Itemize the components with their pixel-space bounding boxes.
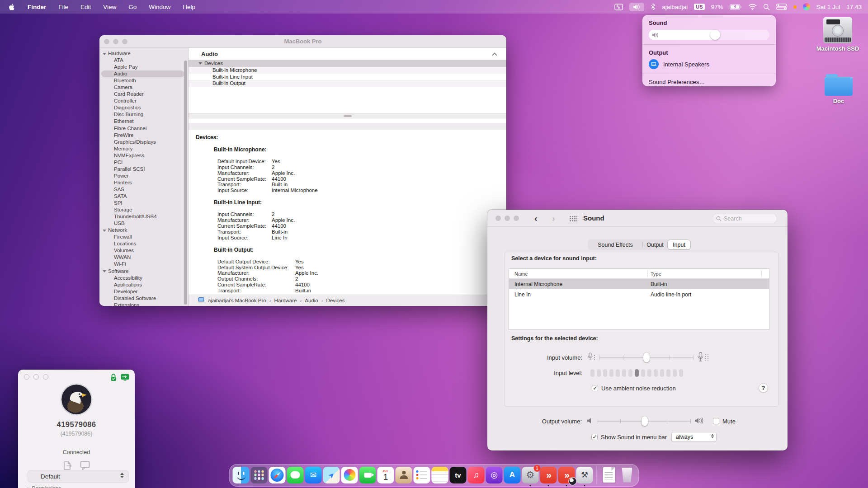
sidebar-item-camera[interactable]: Camera [99,84,188,91]
dock-icon-anydesk2[interactable]: » [558,467,575,483]
device-row-built-in-output[interactable]: Built-in Output [189,80,506,87]
back-button[interactable]: ‹ [534,213,538,224]
sidebar-item-power[interactable]: Power [99,173,188,179]
close-button[interactable] [495,216,501,221]
bluetooth-icon[interactable] [651,3,656,10]
desktop-icon-doc-folder[interactable]: Doc [811,74,866,104]
activity-monitor-icon[interactable] [614,4,623,10]
disclosure-triangle-icon[interactable] [103,53,106,55]
zoom-button[interactable] [514,216,519,221]
sidebar-section-software[interactable]: Software [99,268,188,275]
siri-icon[interactable] [803,3,810,10]
show-all-icon[interactable] [569,216,577,221]
sidebar-item-accessibility[interactable]: Accessibility [99,275,188,282]
profile-select[interactable]: Default [28,470,129,483]
sidebar-item-spi[interactable]: SPI [99,200,188,206]
sidebar-item-memory[interactable]: Memory [99,145,188,152]
minimize-button[interactable] [33,374,39,380]
sidebar-item-usb[interactable]: USB [99,220,188,227]
show-sound-label[interactable]: Show Sound in menu bar [601,434,667,441]
mute-checkbox[interactable] [713,418,719,424]
sidebar-item-locations[interactable]: Locations [99,240,188,247]
dock-icon-facetime[interactable] [359,467,376,483]
output-device-row[interactable]: Internal Speakers [649,59,769,69]
sidebar-item-thunderbolt-usb4[interactable]: Thunderbolt/USB4 [99,213,188,220]
sidebar-item-nvmexpress[interactable]: NVMExpress [99,152,188,159]
slider-knob[interactable] [643,352,650,362]
sound-preferences-item[interactable]: Sound Preferences… [649,79,769,85]
sidebar-item-storage[interactable]: Storage [99,206,188,213]
menu-help[interactable]: Help [183,4,195,10]
table-row[interactable]: Internal MicrophoneBuilt-in [509,279,769,289]
table-header[interactable]: Name Type [509,269,769,279]
menu-time[interactable]: 17.43 [846,4,862,10]
collapse-chevron-icon[interactable] [492,52,497,57]
sidebar-item-fibre-channel[interactable]: Fibre Channel [99,125,188,132]
menu-date[interactable]: Sat 1 Jul [816,4,840,10]
sidebar-scrollbar[interactable] [184,61,187,305]
dock-icon-appstore[interactable]: A [504,467,521,483]
sidebar-item-wi-fi[interactable]: Wi-Fi [99,261,188,267]
sidebar-item-apple-pay[interactable]: Apple Pay [99,64,188,70]
desktop-icon-macintosh-ssd[interactable]: Macintosh SSD [811,17,865,52]
remote-screen-icon[interactable] [121,374,129,383]
sidebar-item-bluetooth[interactable]: Bluetooth [99,77,188,84]
output-volume-slider[interactable] [597,416,691,426]
ambient-noise-checkbox[interactable] [592,385,598,391]
tab-input[interactable]: Input [668,240,690,249]
close-button[interactable] [24,374,29,380]
sidebar-item-controller[interactable]: Controller [99,98,188,104]
sidebar-item-applications[interactable]: Applications [99,282,188,288]
table-row[interactable]: Line InAudio line-in port [509,289,769,300]
sidebar-item-firewire[interactable]: FireWire [99,132,188,139]
menu-edit[interactable]: Edit [80,4,91,10]
tab-output[interactable]: Output [642,240,668,249]
dock-icon-settings[interactable]: ⚙1 [522,467,539,483]
dock-icon-mail[interactable]: ✉ [305,467,322,483]
ambient-noise-label[interactable]: Use ambient noise reduction [601,385,676,392]
dock-icon-calendar[interactable]: JUL1 [377,467,394,483]
dock-icon-sysinfo-app[interactable]: ⚒ [576,467,593,483]
input-source-badge[interactable]: US [694,4,704,10]
disclosure-triangle-icon[interactable] [103,230,106,232]
breadcrumb-item[interactable]: Hardware [274,298,297,303]
menu-view[interactable]: View [103,4,116,10]
input-volume-slider[interactable] [599,352,693,362]
dock-icon-finder[interactable] [233,467,250,483]
dock-icon-trash[interactable] [619,467,636,483]
sidebar-item-graphics-displays[interactable]: Graphics/Displays [99,139,188,145]
dock-icon-document[interactable] [601,467,618,483]
menu-window[interactable]: Window [149,4,170,10]
dock-icon-messages[interactable] [287,467,304,483]
dock-icon-podcasts[interactable]: ◎ [486,467,503,483]
slider-knob[interactable] [642,416,648,426]
column-divider[interactable] [647,270,648,277]
dock-icon-notes[interactable] [432,467,448,483]
sidebar-item-card-reader[interactable]: Card Reader [99,91,188,98]
dock-icon-photos[interactable] [341,467,358,483]
dock-icon-reminders[interactable] [414,467,430,483]
spotlight-search-icon[interactable] [763,4,770,10]
volume-menu-icon[interactable] [629,3,644,11]
menu-file[interactable]: File [58,4,68,10]
disclosure-triangle-icon[interactable] [103,270,106,272]
sidebar-item-pci[interactable]: PCI [99,159,188,166]
sidebar-item-disabled-software[interactable]: Disabled Software [99,295,188,302]
minimize-button[interactable] [505,216,510,221]
sidebar-section-network[interactable]: Network [99,227,188,234]
sidebar-item-extensions[interactable]: Extensions [99,302,188,306]
dock-icon-launchpad[interactable] [251,467,268,483]
sidebar-item-parallel-scsi[interactable]: Parallel SCSI [99,166,188,173]
sidebar-item-printers[interactable]: Printers [99,179,188,186]
menu-finder[interactable]: Finder [28,4,46,10]
control-center-icon[interactable] [776,4,787,10]
sidebar-item-audio[interactable]: Audio [99,70,188,77]
column-divider[interactable] [761,270,762,277]
mute-label[interactable]: Mute [722,418,736,425]
forward-button[interactable]: › [552,213,555,224]
breadcrumb[interactable]: ajaibadjai's MacBook Pro›Hardware›Audio›… [208,298,344,303]
sidebar-section-hardware[interactable]: Hardware [99,50,188,57]
sidebar-item-firewall[interactable]: Firewall [99,234,188,240]
sidebar-item-diagnostics[interactable]: Diagnostics [99,104,188,111]
breadcrumb-item[interactable]: ajaibadjai's MacBook Pro [208,298,266,303]
